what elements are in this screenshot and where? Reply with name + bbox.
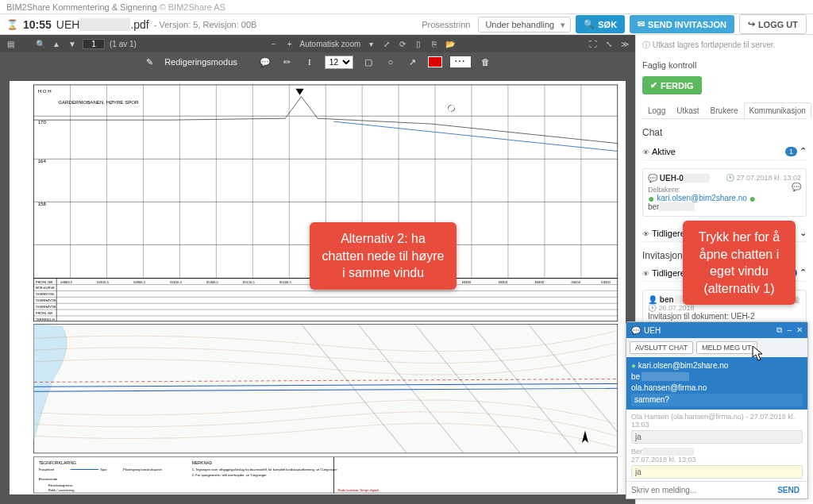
pencil-icon: ✎ [142,55,156,69]
chevron-down-icon[interactable]: ▾ [365,38,376,49]
expand-icon[interactable]: ⤡ [603,38,615,49]
done-button[interactable]: ✔FERDIG [642,76,702,94]
chat-send-button[interactable]: SEND [769,482,807,498]
search-icon: 🔍 [584,19,595,29]
more-icon[interactable]: ≫ [619,38,630,49]
font-size-select[interactable]: 12 [325,56,353,69]
mail-icon: ✉ [638,19,645,29]
svg-text:65066,5: 65066,5 [206,280,219,284]
inv-doc: Invitasjon til dokument: UEH-2 [648,312,801,321]
chat-heading: Chat [642,127,807,138]
copy-icon[interactable]: ⎘ [429,38,440,49]
page-input[interactable] [83,39,105,49]
trash-icon[interactable]: 🗑 [479,55,493,69]
svg-marker-20 [295,89,303,95]
tab-brukere[interactable]: Brukere [705,102,744,118]
chat-card[interactable]: 💬 UEH-0x 🕒 27.07.2018 kl. 13:02 💬 Deltak… [642,168,807,217]
svg-text:GARDERMOBANEN, HØYRE SPOR: GARDERMOBANEN, HØYRE SPOR [58,101,139,106]
header-time: 10:55 [23,18,52,31]
chevron-down-icon: ⌄ [800,228,807,238]
document-canvas[interactable]: H O H GARDERMOBANEN, HØYRE SPOR 170 164 … [0,71,635,504]
svg-rect-65 [34,457,334,493]
comment-icon[interactable]: 💬 [258,55,272,69]
svg-text:Prosjektert: Prosjektert [39,468,55,472]
draw-icon[interactable]: ✏ [280,55,295,69]
svg-text:164: 164 [38,159,47,164]
search-button[interactable]: 🔍SØK [576,15,625,33]
sidebar-toggle-icon[interactable]: ▤ [5,38,16,49]
popout-icon[interactable]: ⧉ [776,325,782,335]
hourglass-icon: ⌛ [6,19,18,30]
viewer-toolbar-top: ▤ 🔍 ▲ ▼ (1 av 1) − + Automatisk zoom ▾ ⤢… [0,35,635,52]
chat-input[interactable] [626,482,769,498]
leave-chat-button[interactable]: MELD MEG UT [696,341,757,354]
svg-text:Plantegning konstruksjoner: Plantegning konstruksjoner [123,468,163,472]
logout-icon: ↪ [748,19,755,29]
tab-kommunikasjon[interactable]: Kommunikasjon [744,102,811,118]
color-swatch-red[interactable] [428,56,442,67]
svg-text:Spor: Spor [100,468,107,472]
chat-messages[interactable]: Ola Hansen (ola.hansen@firma.no) - 27.07… [626,410,807,481]
participant-1: kari.olsen@bim2share.no [657,194,747,202]
tidligere-label: Tidligere [642,229,685,238]
svg-text:63350: 63350 [499,280,508,284]
fit-icon[interactable]: ⤢ [381,38,392,49]
svg-text:64916,5: 64916,5 [97,280,110,284]
process-label: Prosesstrinn [422,20,470,29]
process-dropdown[interactable]: Under behandling [478,17,571,33]
rect-icon[interactable]: ▢ [361,55,376,69]
rotate-icon[interactable]: ⟳ [397,38,408,49]
participant-2: ber [648,202,659,211]
svg-text:170: 170 [38,120,47,125]
aktive-row[interactable]: Aktive 1 ⌃ [642,143,807,160]
svg-text:TERRENG H: TERRENG H [36,317,55,321]
pdf-viewer: ▤ 🔍 ▲ ▼ (1 av 1) − + Automatisk zoom ▾ ⤢… [0,35,635,504]
sidebar-tabs: Logg Utkast Brukere Kommunikasjon [642,102,807,119]
chat-window: 💬 UEH ⧉ – ✕ AVSLUTT CHAT MELD MEG UT ● k… [626,321,808,499]
svg-text:64966,5: 64966,5 [133,280,146,284]
page-up-icon[interactable]: ▲ [51,38,62,49]
svg-point-22 [448,105,454,111]
svg-text:65116,5: 65116,5 [243,280,256,284]
check-icon: ✔ [650,80,657,90]
minimize-icon[interactable]: – [787,325,792,335]
svg-text:64866,5: 64866,5 [60,280,73,284]
circle-icon[interactable]: ○ [383,55,398,69]
chat-card-ts: 🕒 27.07.2018 kl. 13:02 [726,174,801,182]
page-icon[interactable]: ▯ [413,38,424,49]
chevron-up-icon: ⌃ [800,267,807,277]
edit-mode-label: Redigeringsmodus [164,57,237,67]
text-cursor-icon[interactable]: I [302,55,317,69]
app-titlebar: BIM2Share Kommentering & Signering © BIM… [0,0,813,14]
chat-icon: 💬 [648,174,657,183]
zoom-select[interactable]: Automatisk zoom [300,40,361,48]
zoom-in-icon[interactable]: + [284,38,295,49]
close-icon[interactable]: ✕ [796,325,803,335]
tab-logg[interactable]: Logg [642,102,671,118]
arrow-icon[interactable]: ↗ [406,55,420,69]
user-icon: 👤 [648,295,657,304]
tab-utkast[interactable]: Utkast [671,102,704,118]
review-section-title: Faglig kontroll [642,60,807,70]
end-chat-button[interactable]: AVSLUTT CHAT [630,341,693,354]
document-title: UEHxxxx.pdf [56,18,149,31]
open-icon[interactable]: 📂 [445,38,456,49]
callout-alt1: Trykk her for å åpne chatten i eget vind… [683,221,796,305]
chat-window-header[interactable]: 💬 UEH ⧉ – ✕ [626,322,807,338]
logout-button[interactable]: ↪LOGG UT [739,14,807,34]
line-style-swatch[interactable] [450,56,471,67]
presentation-icon[interactable]: ⛶ [588,38,599,49]
svg-text:63500: 63500 [601,280,611,284]
svg-text:Rode kartdata: Norge digitalt: Rode kartdata: Norge digitalt [338,488,380,492]
send-invitation-button[interactable]: ✉SEND INVITASJON [630,15,734,33]
svg-text:Eiendomsgrense: Eiendomsgrense [48,483,73,487]
editing-toolbar: ✎ Redigeringsmodus 💬 ✏ I 12 ▢ ○ ↗ 🗑 [0,52,635,71]
svg-text:PROFIL NR: PROFIL NR [36,311,53,315]
svg-text:MERKNAD: MERKNAD [192,460,213,465]
find-icon[interactable]: 🔍 [35,38,46,49]
inv-user: ben [660,295,674,304]
callout-alt2: Alternativ 2: ha chatten nede til høyre … [310,222,457,290]
zoom-out-icon[interactable]: − [268,38,279,49]
page-down-icon[interactable]: ▼ [67,38,78,49]
msg-meta-1: Ola Hansen (ola.hansen@firma.no) - 27.07… [631,413,803,429]
